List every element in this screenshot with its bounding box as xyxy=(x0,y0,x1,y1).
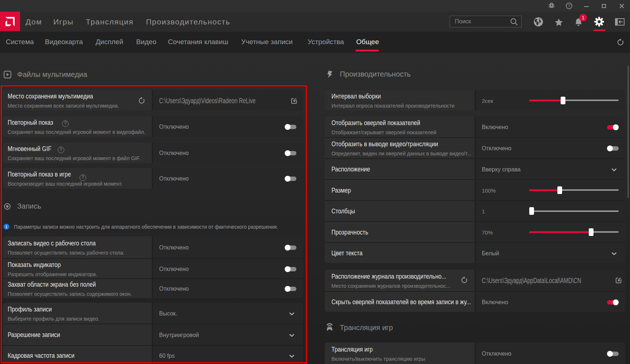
svg-text:?: ? xyxy=(568,4,570,8)
